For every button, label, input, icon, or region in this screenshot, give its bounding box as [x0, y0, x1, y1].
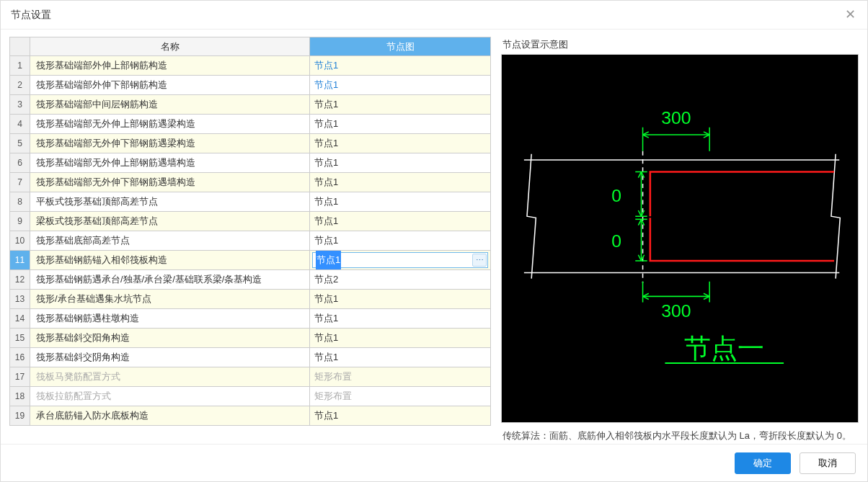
cell-node[interactable]: 节点1 — [310, 231, 490, 251]
row-number: 14 — [10, 309, 30, 329]
cell-node[interactable]: 节点1 — [310, 192, 490, 212]
cell-name[interactable]: 筏形基础端部外伸下部钢筋构造 — [30, 76, 310, 95]
cell-name[interactable]: 筏板马凳筋配置方式 — [30, 367, 310, 387]
table-row[interactable]: 7筏形基础端部无外伸下部钢筋遇墙构造节点1 — [10, 173, 490, 192]
table-row[interactable]: 18筏板拉筋配置方式矩形布置 — [10, 387, 490, 406]
row-number: 15 — [10, 329, 30, 348]
cell-node[interactable]: 矩形布置 — [310, 387, 490, 406]
cell-name[interactable]: 筏形基础钢筋遇柱墩构造 — [30, 309, 310, 329]
ok-button[interactable]: 确定 — [735, 452, 791, 474]
header-rownum — [10, 37, 30, 56]
row-number: 7 — [10, 173, 30, 192]
diagram-svg: 300 — [502, 55, 858, 422]
table-row[interactable]: 5筏形基础端部无外伸下部钢筋遇梁构造节点1 — [10, 134, 490, 153]
cell-node[interactable]: 节点1 — [310, 95, 490, 115]
table-row[interactable]: 13筏形/承台基础遇集水坑节点节点1 — [10, 290, 490, 309]
row-number: 5 — [10, 134, 30, 153]
table-row[interactable]: 9梁板式筏形基础顶部高差节点节点1 — [10, 212, 490, 231]
table-row[interactable]: 14筏形基础钢筋遇柱墩构造节点1 — [10, 309, 490, 329]
row-number: 9 — [10, 212, 30, 231]
row-number: 4 — [10, 115, 30, 134]
diagram-title-text: 节点一 — [684, 334, 764, 363]
table-row[interactable]: 3筏形基础端部中间层钢筋构造节点1 — [10, 95, 490, 115]
table-row[interactable]: 12筏形基础钢筋遇承台/独基/承台梁/基础联系梁/条基构造节点2 — [10, 270, 490, 290]
row-number: 12 — [10, 270, 30, 290]
cell-node[interactable]: 节点1 — [310, 76, 490, 95]
cell-node[interactable]: 节点1 — [310, 212, 490, 231]
table-row[interactable]: 15筏形基础斜交阳角构造节点1 — [10, 329, 490, 348]
cell-node[interactable]: 节点1 — [310, 329, 490, 348]
dialog-title: 节点设置 — [11, 9, 51, 22]
value-upper-text: 0 — [611, 186, 621, 205]
cell-name[interactable]: 筏形基础端部外伸上部钢筋构造 — [30, 56, 310, 76]
cell-name[interactable]: 筏形基础端部无外伸上部钢筋遇梁构造 — [30, 115, 310, 134]
cell-name[interactable]: 筏形基础端部无外伸下部钢筋遇梁构造 — [30, 134, 310, 153]
table-row[interactable]: 16筏形基础斜交阴角构造节点1 — [10, 348, 490, 367]
cell-node[interactable]: 节点1 — [310, 115, 490, 134]
dim-bottom-text: 300 — [661, 301, 691, 321]
cell-name[interactable]: 筏形基础端部中间层钢筋构造 — [30, 95, 310, 115]
value-lower-text: 0 — [611, 231, 621, 251]
table-row[interactable]: 4筏形基础端部无外伸上部钢筋遇梁构造节点1 — [10, 115, 490, 134]
right-panel: 节点设置示意图 300 — [501, 37, 859, 444]
close-icon[interactable]: ✕ — [843, 8, 857, 22]
table-row[interactable]: 10筏形基础底部高差节点节点1 — [10, 231, 490, 251]
cell-name[interactable]: 筏板拉筋配置方式 — [30, 387, 310, 406]
preview-description: 传统算法：面筋、底筋伸入相邻筏板内水平段长度默认为 La，弯折段长度默认为 0。 — [501, 423, 859, 444]
row-number: 3 — [10, 95, 30, 115]
svg-rect-0 — [502, 83, 858, 394]
dialog-footer: 确定 取消 — [1, 444, 867, 481]
cell-name[interactable]: 筏形/承台基础遇集水坑节点 — [30, 290, 310, 309]
cell-name[interactable]: 承台底筋锚入防水底板构造 — [30, 406, 310, 426]
row-number: 1 — [10, 56, 30, 76]
grid-body: 1筏形基础端部外伸上部钢筋构造节点12筏形基础端部外伸下部钢筋构造节点13筏形基… — [10, 56, 490, 426]
ellipsis-icon[interactable]: ⋯ — [472, 254, 487, 267]
cell-node[interactable]: 节点1 — [310, 173, 490, 192]
settings-grid: 名称 节点图 1筏形基础端部外伸上部钢筋构造节点12筏形基础端部外伸下部钢筋构造… — [9, 37, 491, 426]
header-node[interactable]: 节点图 — [310, 37, 490, 56]
cell-name[interactable]: 筏形基础端部无外伸下部钢筋遇墙构造 — [30, 173, 310, 192]
cell-name[interactable]: 筏形基础斜交阴角构造 — [30, 348, 310, 367]
table-row[interactable]: 6筏形基础端部无外伸上部钢筋遇墙构造节点1 — [10, 153, 490, 173]
cell-node[interactable]: 节点1 — [310, 309, 490, 329]
cancel-button[interactable]: 取消 — [800, 452, 856, 474]
cell-node[interactable]: 节点1 — [310, 290, 490, 309]
table-row[interactable]: 8平板式筏形基础顶部高差节点节点1 — [10, 192, 490, 212]
cell-name[interactable]: 梁板式筏形基础顶部高差节点 — [30, 212, 310, 231]
row-number: 17 — [10, 367, 30, 387]
cell-node[interactable]: 节点2 — [310, 270, 490, 290]
table-row[interactable]: 1筏形基础端部外伸上部钢筋构造节点1 — [10, 56, 490, 76]
cell-name[interactable]: 筏形基础钢筋锚入相邻筏板构造 — [30, 251, 310, 270]
table-row[interactable]: 11筏形基础钢筋锚入相邻筏板构造节点1⋯ — [10, 251, 490, 270]
cell-node[interactable]: 节点1 — [310, 348, 490, 367]
node-edit-field[interactable]: 节点1⋯ — [312, 252, 488, 268]
row-number: 19 — [10, 406, 30, 426]
grid-header: 名称 节点图 — [10, 37, 490, 56]
cell-node[interactable]: 节点1 — [310, 153, 490, 173]
cell-name[interactable]: 筏形基础斜交阳角构造 — [30, 329, 310, 348]
cell-name[interactable]: 筏形基础底部高差节点 — [30, 231, 310, 251]
table-row[interactable]: 19承台底筋锚入防水底板构造节点1 — [10, 406, 490, 426]
row-number: 18 — [10, 387, 30, 406]
row-number: 11 — [10, 251, 30, 270]
cell-node[interactable]: 节点1⋯ — [310, 251, 490, 270]
row-number: 16 — [10, 348, 30, 367]
cell-node[interactable]: 节点1 — [310, 134, 490, 153]
cell-name[interactable]: 筏形基础钢筋遇承台/独基/承台梁/基础联系梁/条基构造 — [30, 270, 310, 290]
table-row[interactable]: 2筏形基础端部外伸下部钢筋构造节点1 — [10, 76, 490, 95]
cell-node[interactable]: 节点1 — [310, 56, 490, 76]
preview-label: 节点设置示意图 — [501, 37, 859, 54]
row-number: 6 — [10, 153, 30, 173]
dialog-body: 名称 节点图 1筏形基础端部外伸上部钢筋构造节点12筏形基础端部外伸下部钢筋构造… — [1, 30, 867, 444]
row-number: 8 — [10, 192, 30, 212]
preview-diagram: 300 — [501, 54, 859, 423]
row-number: 2 — [10, 76, 30, 95]
table-row[interactable]: 17筏板马凳筋配置方式矩形布置 — [10, 367, 490, 387]
cell-node[interactable]: 节点1 — [310, 406, 490, 426]
cell-name[interactable]: 筏形基础端部无外伸上部钢筋遇墙构造 — [30, 153, 310, 173]
left-panel: 名称 节点图 1筏形基础端部外伸上部钢筋构造节点12筏形基础端部外伸下部钢筋构造… — [9, 37, 491, 444]
row-number: 13 — [10, 290, 30, 309]
header-name[interactable]: 名称 — [30, 37, 310, 56]
cell-name[interactable]: 平板式筏形基础顶部高差节点 — [30, 192, 310, 212]
cell-node[interactable]: 矩形布置 — [310, 367, 490, 387]
